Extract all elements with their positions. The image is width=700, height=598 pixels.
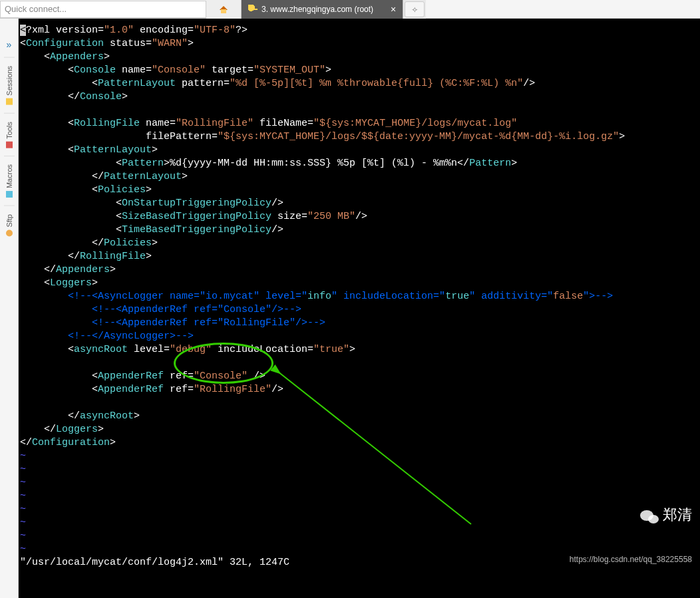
tab-new-button[interactable]: ✧ [405, 1, 425, 17]
key-icon [248, 5, 258, 14]
code-line: </Console> [20, 90, 700, 104]
code-line: </RollingFile> [20, 250, 700, 263]
tab-session-label: 3. www.zhengqingya.com (root) [262, 5, 373, 14]
terminal[interactable]: <?xml version="1.0" encoding="UTF-8"?><C… [19, 19, 700, 598]
code-line [20, 396, 700, 410]
empty-line-tilde: ~ [20, 503, 700, 516]
sidebar-item-macros[interactable]: Macros [4, 156, 15, 206]
empty-line-tilde: ~ [20, 463, 700, 476]
code-line: <Pattern>%d{yyyy-MM-dd HH:mm:ss.SSS} %5p… [20, 157, 700, 170]
code-line: <PatternLayout pattern="%d [%-5p][%t] %m… [20, 77, 700, 90]
left-sidebar: » Sessions Tools Macros Sftp [0, 19, 19, 598]
empty-line-tilde: ~ [20, 543, 700, 556]
sidebar-item-label: Sessions [5, 66, 13, 96]
code-line: <?xml version="1.0" encoding="UTF-8"?> [20, 24, 700, 37]
home-icon [218, 4, 229, 15]
code-line: <!--<AppenderRef ref="Console"/>--> [20, 303, 700, 317]
sidebar-item-label: Tools [5, 122, 13, 139]
toolbar: Quick connect... 3. www.zhengqingya.com … [0, 0, 700, 19]
code-line: <Configuration status="WARN"> [20, 37, 700, 51]
vim-status-line: "/usr/local/mycat/conf/log4j2.xml" 32L, … [20, 556, 700, 569]
code-line: </PatternLayout> [20, 170, 700, 184]
code-line: </asyncRoot> [20, 410, 700, 423]
sidebar-item-tools[interactable]: Tools [4, 113, 15, 156]
code-line [20, 357, 700, 370]
sftp-icon [6, 230, 13, 237]
code-line: <!--<AsyncLogger name="io.mycat" level="… [20, 290, 700, 303]
macros-icon [6, 191, 13, 198]
code-line: <SizeBasedTriggeringPolicy size="250 MB"… [20, 210, 700, 224]
code-line: <AppenderRef ref="RollingFile"/> [20, 383, 700, 396]
code-line: <Policies> [20, 184, 700, 197]
code-line: <asyncRoot level="debug" includeLocation… [20, 343, 700, 357]
sidebar-item-label: Sftp [5, 214, 13, 227]
star-icon [6, 98, 13, 105]
tab-close-icon[interactable]: × [391, 4, 396, 15]
code-line: <PatternLayout> [20, 144, 700, 157]
sidebar-item-sessions[interactable]: Sessions [4, 57, 15, 113]
expand-sidebar-icon[interactable]: » [2, 39, 17, 52]
code-line: <Appenders> [20, 51, 700, 64]
empty-line-tilde: ~ [20, 490, 700, 503]
code-line: <Console name="Console" target="SYSTEM_O… [20, 64, 700, 77]
code-line: filePattern="${sys:MYCAT_HOME}/logs/$${d… [20, 130, 700, 144]
code-line: <Loggers> [20, 277, 700, 290]
code-line: <OnStartupTriggeringPolicy/> [20, 197, 700, 210]
tab-session[interactable]: 3. www.zhengqingya.com (root) × [242, 0, 403, 19]
main-area: » Sessions Tools Macros Sftp <?xml versi… [0, 19, 700, 598]
code-line: </Policies> [20, 237, 700, 250]
code-line: <!--</AsyncLogger>--> [20, 330, 700, 343]
code-line: </Appenders> [20, 263, 700, 277]
empty-line-tilde: ~ [20, 450, 700, 463]
code-line: </Loggers> [20, 423, 700, 436]
tab-home[interactable] [206, 0, 242, 19]
code-line: <AppenderRef ref="Console" /> [20, 370, 700, 383]
empty-line-tilde: ~ [20, 476, 700, 490]
tool-icon [6, 141, 13, 148]
quick-connect-placeholder: Quick connect... [5, 4, 67, 14]
empty-line-tilde: ~ [20, 516, 700, 529]
sidebar-item-sftp[interactable]: Sftp [4, 206, 15, 245]
code-line: <RollingFile name="RollingFile" fileName… [20, 117, 700, 130]
tab-row: 3. www.zhengqingya.com (root) × ✧ [206, 0, 426, 19]
sidebar-item-label: Macros [5, 164, 13, 188]
quick-connect-input[interactable]: Quick connect... [0, 1, 206, 18]
empty-line-tilde: ~ [20, 529, 700, 543]
code-line: <TimeBasedTriggeringPolicy/> [20, 224, 700, 237]
code-line [20, 104, 700, 117]
code-line: </Configuration> [20, 436, 700, 450]
code-line: <!--<AppenderRef ref="RollingFile"/>--> [20, 317, 700, 330]
